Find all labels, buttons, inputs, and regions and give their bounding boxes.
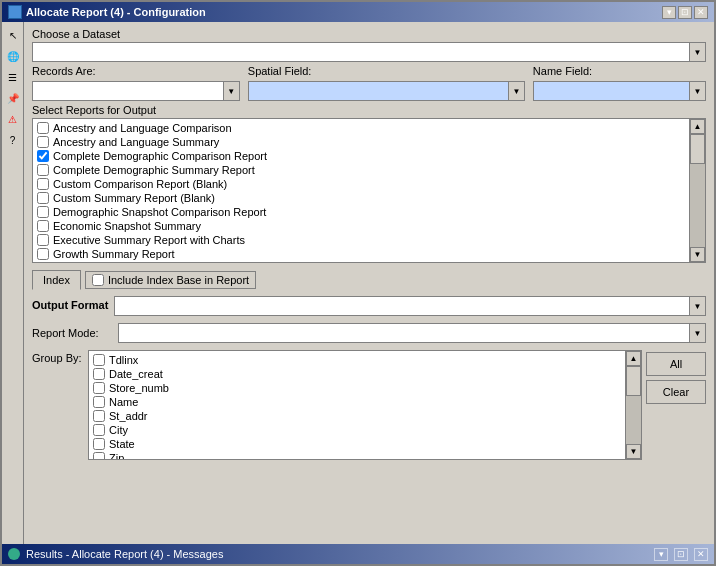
group-checkbox-g5[interactable] [93, 410, 105, 422]
group-checkbox-g6[interactable] [93, 424, 105, 436]
scroll-thumb[interactable] [690, 134, 705, 164]
records-are-input[interactable]: Custom Geographies [33, 82, 223, 100]
error-icon[interactable]: ⚠ [4, 110, 22, 128]
spatial-field-label: Spatial Field: [248, 65, 525, 77]
group-item: City [91, 423, 623, 437]
pin-icon[interactable]: 📌 [4, 89, 22, 107]
group-buttons: All Clear [646, 350, 706, 538]
report-checkbox-r2[interactable] [37, 136, 49, 148]
bottom-float-btn[interactable]: ⊡ [674, 548, 688, 561]
group-label-g7: State [109, 438, 135, 450]
output-format-arrow[interactable]: ▼ [689, 297, 705, 315]
group-label-g5: St_addr [109, 410, 148, 422]
group-by-list-wrapper: TdlinxDate_creatStore_numbNameSt_addrCit… [88, 350, 642, 460]
report-item: Demographic Snapshot Comparison Report [35, 205, 687, 219]
report-checkbox-r1[interactable] [37, 122, 49, 134]
report-item: Complete Demographic Summary Report [35, 163, 687, 177]
bottom-close-btn[interactable]: ✕ [694, 548, 708, 561]
reports-list-wrapper: Ancestry and Language ComparisonAncestry… [32, 118, 706, 263]
report-label-r1: Ancestry and Language Comparison [53, 122, 232, 134]
group-scroll-thumb[interactable] [626, 366, 641, 396]
group-scroll-up[interactable]: ▲ [626, 351, 641, 366]
reports-list: Ancestry and Language ComparisonAncestry… [33, 119, 689, 262]
group-checkbox-g1[interactable] [93, 354, 105, 366]
include-index-label: Include Index Base in Report [108, 274, 249, 286]
group-checkbox-g3[interactable] [93, 382, 105, 394]
scroll-track [690, 134, 705, 247]
report-label-r8: Economic Snapshot Summary [53, 220, 201, 232]
group-checkbox-g4[interactable] [93, 396, 105, 408]
clear-button[interactable]: Clear [646, 380, 706, 404]
report-item: Growth Summary Report [35, 247, 687, 261]
group-checkbox-g7[interactable] [93, 438, 105, 450]
report-checkbox-r4[interactable] [37, 164, 49, 176]
group-by-inner: Group By: TdlinxDate_creatStore_numbName… [32, 350, 706, 538]
group-label-g1: Tdlinx [109, 354, 138, 366]
group-label-g6: City [109, 424, 128, 436]
report-item: Ancestry and Language Comparison [35, 121, 687, 135]
report-label-r3: Complete Demographic Comparison Report [53, 150, 267, 162]
output-format-input[interactable]: Report Snippet [115, 297, 689, 315]
report-label-r5: Custom Comparison Report (Blank) [53, 178, 227, 190]
report-checkbox-r6[interactable] [37, 192, 49, 204]
name-field-arrow[interactable]: ▼ [689, 82, 705, 100]
spatial-field-input[interactable]: SpatialObject_TradeArea [249, 82, 508, 100]
name-field-input[interactable]: Name [534, 82, 689, 100]
report-item: Custom Comparison Report (Blank) [35, 177, 687, 191]
layers-icon[interactable]: ☰ [4, 68, 22, 86]
scroll-down-btn[interactable]: ▼ [690, 247, 705, 262]
dataset-input[interactable]: STI Q3 2016 Data (v.8.6) [33, 43, 689, 61]
group-label-g4: Name [109, 396, 138, 408]
dataset-section: Choose a Dataset STI Q3 2016 Data (v.8.6… [32, 28, 706, 62]
report-checkbox-r3[interactable] [37, 150, 49, 162]
records-are-arrow[interactable]: ▼ [223, 82, 239, 100]
title-bar: Allocate Report (4) - Configuration ▾ ⊡ … [2, 2, 714, 22]
report-checkbox-r10[interactable] [37, 248, 49, 260]
output-format-row: Output Format Report Snippet ▼ [32, 296, 706, 316]
report-checkbox-r5[interactable] [37, 178, 49, 190]
report-item: Executive Summary Report with Charts [35, 233, 687, 247]
output-format-label: Output Format [32, 299, 108, 311]
report-checkbox-r7[interactable] [37, 206, 49, 218]
group-item: St_addr [91, 409, 623, 423]
reports-scrollbar[interactable]: ▲ ▼ [689, 119, 705, 262]
globe-icon[interactable]: 🌐 [4, 47, 22, 65]
include-index-checkbox[interactable] [92, 274, 104, 286]
dataset-dropdown-arrow[interactable]: ▼ [689, 43, 705, 61]
dataset-label: Choose a Dataset [32, 28, 706, 40]
name-field-label: Name Field: [533, 65, 706, 77]
report-label-r6: Custom Summary Report (Blank) [53, 192, 215, 204]
all-button[interactable]: All [646, 352, 706, 376]
report-mode-row: Report Mode: All Records Combined ▼ [32, 323, 706, 343]
close-button[interactable]: ✕ [694, 6, 708, 19]
cursor-icon[interactable]: ↖ [4, 26, 22, 44]
report-item: Complete Demographic Comparison Report [35, 149, 687, 163]
group-checkbox-g2[interactable] [93, 368, 105, 380]
fields-row: Records Are: Custom Geographies ▼ Spatia… [32, 65, 706, 101]
report-label-r7: Demographic Snapshot Comparison Report [53, 206, 266, 218]
report-checkbox-r9[interactable] [37, 234, 49, 246]
reports-label: Select Reports for Output [32, 104, 706, 116]
bottom-pin-btn[interactable]: ▾ [654, 548, 668, 561]
report-item: Custom Summary Report (Blank) [35, 191, 687, 205]
group-checkbox-g8[interactable] [93, 452, 105, 459]
help-icon[interactable]: ? [4, 131, 22, 149]
report-label-r10: Growth Summary Report [53, 248, 175, 260]
group-by-scrollbar[interactable]: ▲ ▼ [625, 351, 641, 459]
group-scroll-down[interactable]: ▼ [626, 444, 641, 459]
tabs-area: Index Include Index Base in Report [32, 270, 706, 289]
report-mode-input[interactable]: All Records Combined [119, 324, 689, 342]
pin-button[interactable]: ▾ [662, 6, 676, 19]
report-checkbox-r8[interactable] [37, 220, 49, 232]
report-label-r2: Ancestry and Language Summary [53, 136, 219, 148]
group-item: State [91, 437, 623, 451]
group-by-list: TdlinxDate_creatStore_numbNameSt_addrCit… [89, 351, 625, 459]
reports-section: Select Reports for Output Ancestry and L… [32, 104, 706, 263]
group-item: Name [91, 395, 623, 409]
records-are-label: Records Are: [32, 65, 240, 77]
scroll-up-btn[interactable]: ▲ [690, 119, 705, 134]
float-button[interactable]: ⊡ [678, 6, 692, 19]
report-mode-arrow[interactable]: ▼ [689, 324, 705, 342]
spatial-field-arrow[interactable]: ▼ [508, 82, 524, 100]
tab-index[interactable]: Index [32, 270, 81, 290]
